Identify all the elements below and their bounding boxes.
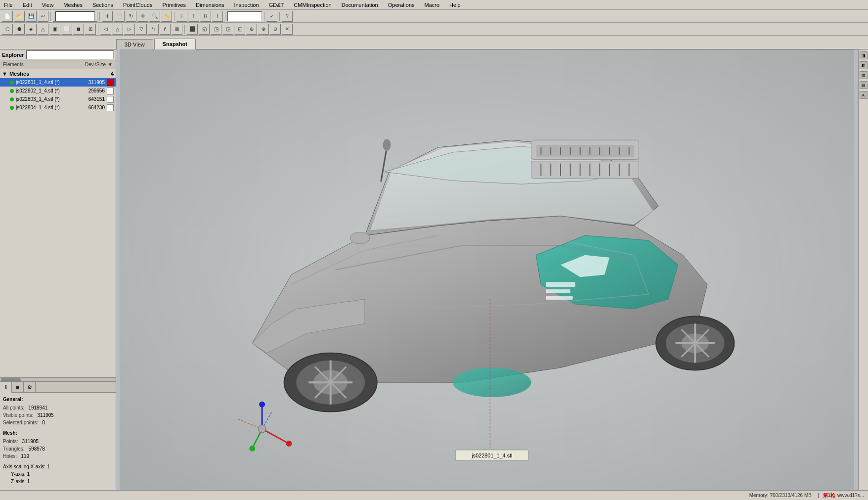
- menu-inspection[interactable]: Inspection: [232, 1, 261, 9]
- tb-save[interactable]: 💾: [26, 11, 37, 22]
- rs-icon-5[interactable]: A: [860, 91, 868, 99]
- tb-move[interactable]: ✥: [137, 11, 148, 22]
- menu-cmminspection[interactable]: CMMInspection: [292, 1, 333, 9]
- menu-file[interactable]: File: [2, 1, 15, 9]
- tree-item-0[interactable]: js022801_1_4.stl (*) 311905: [0, 78, 116, 87]
- points-value: 311905: [22, 438, 39, 445]
- tb2-23[interactable]: ⊖: [270, 24, 281, 35]
- tb2-15[interactable]: ⊠: [172, 24, 182, 35]
- 3d-viewport[interactable]: js022801_1_4.stl: [116, 49, 858, 490]
- tb2-10[interactable]: △: [112, 24, 123, 35]
- menu-sections[interactable]: Sections: [90, 1, 115, 9]
- rs-icon-2[interactable]: ◧: [860, 61, 868, 69]
- tree-item-box-1[interactable]: [107, 88, 114, 94]
- sep8: [184, 25, 185, 34]
- info-selected-points-row: Selected points: 0: [3, 419, 113, 426]
- tb2-12[interactable]: ▽: [136, 24, 147, 35]
- tb2-8[interactable]: ⊞: [85, 24, 96, 35]
- menu-macro[interactable]: Macro: [423, 1, 442, 9]
- tb2-16[interactable]: ⬛: [187, 24, 198, 35]
- tb2-5[interactable]: ▣: [49, 24, 60, 35]
- tb2-2[interactable]: ⬢: [14, 24, 25, 35]
- sep5: [264, 12, 264, 21]
- menu-view[interactable]: View: [40, 1, 56, 9]
- bottom-tab-info[interactable]: ℹ: [0, 382, 12, 393]
- tb2-13[interactable]: ↰: [148, 24, 159, 35]
- tb2-1[interactable]: ⬡: [2, 24, 13, 35]
- tb2-6[interactable]: ⬜: [61, 24, 72, 35]
- bottom-tabs: ℹ ≡ ⚙: [0, 382, 116, 393]
- tb-select[interactable]: ⬚: [114, 11, 125, 22]
- snapshot-input[interactable]: Snapshot: [55, 11, 95, 21]
- tb-view-iso[interactable]: I: [212, 11, 223, 22]
- tb-undo[interactable]: ↩: [38, 11, 48, 22]
- tree-dot-3: [10, 106, 14, 110]
- menu-edit[interactable]: Edit: [21, 1, 34, 9]
- menu-operations[interactable]: Operations: [386, 1, 417, 9]
- tb2-22[interactable]: ⊗: [258, 24, 269, 35]
- tb-view-front[interactable]: F: [176, 11, 187, 22]
- tb-measure[interactable]: 📏: [161, 11, 172, 22]
- tb2-11[interactable]: ▷: [124, 24, 135, 35]
- tb2-17[interactable]: ◱: [199, 24, 210, 35]
- tree-item-3[interactable]: js022804_1_4.stl (*) 664230: [0, 103, 116, 112]
- tb2-21[interactable]: ⊕: [246, 24, 257, 35]
- menu-primitives[interactable]: Primitives: [160, 1, 188, 9]
- tb-view-right[interactable]: R: [200, 11, 211, 22]
- general-title: General:: [3, 396, 113, 403]
- tb2-9[interactable]: ◁: [100, 24, 111, 35]
- info-area: General: All points: 1918941 Visible poi…: [0, 393, 116, 490]
- tree-item-box-0[interactable]: [107, 79, 114, 86]
- tb2-4[interactable]: △: [38, 24, 48, 35]
- main-layout: Explorer Elements Dev./Size ▼ ▼ Meshes 4…: [0, 49, 868, 490]
- tb-snapshot[interactable]: Snapshot: [53, 11, 97, 22]
- tb2-19[interactable]: ◲: [222, 24, 233, 35]
- menu-dimensions[interactable]: Dimensions: [194, 1, 226, 9]
- tb2-18[interactable]: ◳: [211, 24, 221, 35]
- tb2-24[interactable]: ✕: [282, 24, 293, 35]
- sep2: [99, 12, 100, 21]
- tb-new[interactable]: 📄: [2, 11, 13, 22]
- all-points-label: All points:: [3, 404, 24, 411]
- rs-icon-3[interactable]: ▥: [860, 71, 868, 79]
- tb-check[interactable]: ✓: [266, 11, 277, 22]
- tree-item-box-3[interactable]: [107, 104, 114, 111]
- svg-text:js022801_1_4.stl: js022801_1_4.stl: [471, 453, 512, 458]
- tree-item-box-2[interactable]: [107, 96, 114, 103]
- menu-gdt[interactable]: GD&T: [267, 1, 286, 9]
- info-all-points-row: All points: 1918941: [3, 404, 113, 411]
- rs-icon-1[interactable]: ◨: [860, 51, 868, 59]
- website-text: www.d1?s...: [837, 493, 864, 498]
- tb2-7[interactable]: ⏹: [73, 24, 84, 35]
- menu-meshes[interactable]: Meshes: [61, 1, 85, 9]
- rs-icon-4[interactable]: ▤: [860, 81, 868, 89]
- tb-cursor[interactable]: ✛: [102, 11, 113, 22]
- menu-help[interactable]: Help: [447, 1, 463, 9]
- tab-snapshot[interactable]: Snapshot: [154, 39, 196, 49]
- tb-open[interactable]: 📂: [14, 11, 25, 22]
- scroll-thumb[interactable]: [1, 378, 21, 381]
- explorer-search[interactable]: [26, 50, 114, 59]
- bottom-tab-list[interactable]: ≡: [12, 382, 24, 393]
- tree-dot-1: [10, 89, 14, 93]
- tree-group-meshes[interactable]: ▼ Meshes 4: [0, 69, 116, 78]
- logo-separator: |: [818, 493, 819, 498]
- left-scrollbar[interactable]: [0, 377, 116, 381]
- tb2-14[interactable]: ↱: [160, 24, 171, 35]
- tb-help[interactable]: ?: [282, 11, 293, 22]
- tb2-3[interactable]: ◈: [26, 24, 37, 35]
- svg-point-42: [383, 139, 391, 151]
- menu-documentation[interactable]: Documentation: [340, 1, 380, 9]
- tb-view-top[interactable]: T: [188, 11, 199, 22]
- tab-3dview[interactable]: 3D View: [116, 39, 153, 49]
- tb2-20[interactable]: ◰: [234, 24, 245, 35]
- bottom-tab-settings[interactable]: ⚙: [24, 382, 36, 393]
- tb-rotate[interactable]: ↻: [126, 11, 136, 22]
- angle-input[interactable]: 5.00 deg: [227, 11, 262, 21]
- tb-zoom[interactable]: 🔍: [149, 11, 160, 22]
- points-label: Points:: [3, 438, 18, 445]
- menu-pointclouds[interactable]: PointClouds: [121, 1, 154, 9]
- tree-item-2[interactable]: js022803_1_4.stl (*) 643151: [0, 95, 116, 103]
- svg-point-53: [258, 425, 266, 433]
- tree-item-1[interactable]: js022802_1_4.stl (*) 299656: [0, 87, 116, 95]
